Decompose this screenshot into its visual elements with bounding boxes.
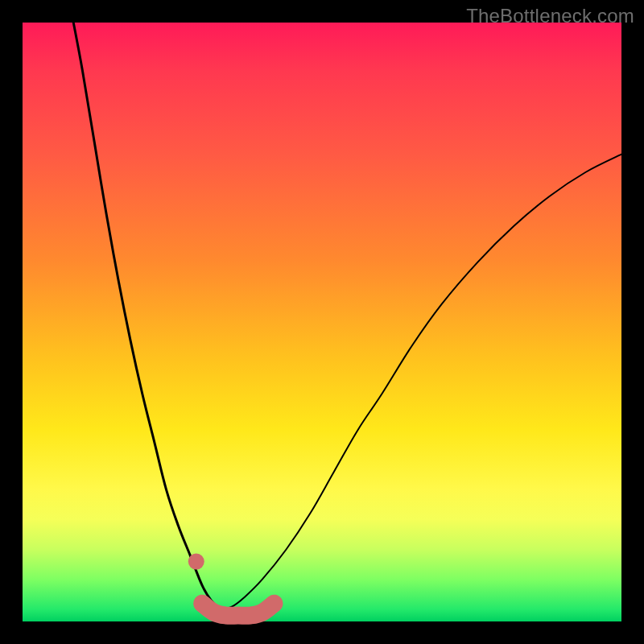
- plot-area: [23, 23, 621, 621]
- marker-group: [188, 554, 204, 570]
- floor-curve: [202, 604, 274, 616]
- chart-svg: [23, 23, 621, 621]
- right-branch-curve: [221, 155, 621, 609]
- left-branch-curve: [73, 23, 220, 609]
- chart-frame: TheBottleneck.com: [0, 0, 644, 644]
- series-group: [73, 23, 621, 609]
- data-marker: [188, 554, 204, 570]
- watermark-text: TheBottleneck.com: [466, 5, 634, 27]
- floor-markers: [202, 604, 274, 616]
